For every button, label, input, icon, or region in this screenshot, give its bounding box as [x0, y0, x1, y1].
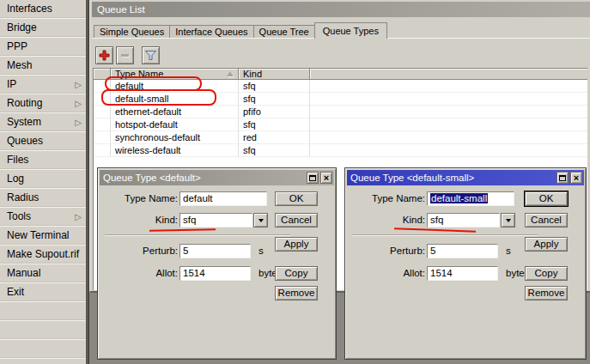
- remove-button[interactable]: Remove: [275, 286, 318, 300]
- sidebar-item-new-terminal[interactable]: New Terminal: [0, 227, 86, 246]
- annotation-box-default-small: [101, 89, 216, 106]
- remove-button[interactable]: Remove: [525, 286, 568, 300]
- dialog-titlebar[interactable]: Queue Type <default> ×: [100, 170, 334, 185]
- cancel-button[interactable]: Cancel: [525, 213, 568, 228]
- maximize-button[interactable]: [557, 172, 569, 184]
- plus-icon: [99, 50, 110, 61]
- maximize-button[interactable]: [307, 172, 319, 184]
- sidebar-item-queues[interactable]: Queues: [0, 132, 86, 151]
- cell-kind: pfifo: [239, 106, 310, 118]
- dialog-title: Queue Type <default-small>: [350, 173, 474, 183]
- remove-button[interactable]: [116, 46, 134, 64]
- cell-kind: sfq: [239, 93, 310, 106]
- sidebar-item-radius[interactable]: Radius: [0, 189, 86, 208]
- sidebar-item-mesh[interactable]: Mesh: [0, 57, 86, 76]
- table-row[interactable]: hotspot-default sfq: [94, 118, 587, 131]
- queue-list-titlebar[interactable]: Queue List: [92, 2, 590, 17]
- tab-simple-queues[interactable]: Simple Queues: [94, 25, 170, 39]
- kind-dropdown-button[interactable]: [501, 213, 515, 228]
- cell-kind: sfq: [239, 80, 310, 93]
- close-button[interactable]: ×: [570, 172, 582, 184]
- ok-button[interactable]: OK: [525, 191, 568, 206]
- cell-type-name: synchronous-default: [111, 131, 239, 144]
- queue-list-tabs: Simple Queues Interface Queues Queue Tre…: [94, 22, 386, 39]
- type-name-input[interactable]: default: [179, 191, 267, 206]
- cell-kind: red: [239, 131, 310, 144]
- table-header-spare: [310, 69, 587, 80]
- perturb-unit: s: [259, 244, 264, 258]
- submenu-arrow-icon: ▷: [75, 76, 82, 94]
- sidebar-item-bridge[interactable]: Bridge: [0, 19, 86, 38]
- apply-button[interactable]: Apply: [525, 237, 568, 252]
- dropdown-arrow-icon: [259, 219, 264, 222]
- perturb-unit: s: [506, 244, 511, 258]
- copy-button[interactable]: Copy: [275, 266, 318, 281]
- allot-input[interactable]: 1514: [179, 266, 251, 281]
- cell-type-name: ethernet-default: [111, 106, 239, 118]
- tab-queue-types[interactable]: Queue Types: [314, 22, 387, 39]
- perturb-input[interactable]: 5: [427, 244, 498, 258]
- copy-button[interactable]: Copy: [525, 266, 568, 281]
- sidebar-item-manual[interactable]: Manual: [0, 264, 86, 283]
- close-button[interactable]: ×: [320, 172, 332, 184]
- cancel-button[interactable]: Cancel: [275, 213, 318, 228]
- dialog-separator: [105, 234, 290, 235]
- cell-type-name: wireless-default: [111, 144, 239, 157]
- perturb-label: Perturb:: [352, 244, 425, 258]
- type-name-input[interactable]: default-small: [427, 191, 514, 206]
- sidebar-item-make-supout[interactable]: Make Supout.rif: [0, 246, 86, 264]
- table-row[interactable]: wireless-default sfq: [94, 144, 587, 157]
- allot-input[interactable]: 1514: [427, 266, 498, 281]
- sidebar-item-system[interactable]: System▷: [0, 113, 86, 132]
- allot-label: Allot:: [352, 266, 425, 281]
- cell-kind: sfq: [239, 118, 310, 131]
- sidebar-item-ip[interactable]: IP▷: [0, 76, 86, 94]
- maximize-icon: [559, 175, 566, 181]
- filter-button[interactable]: [142, 46, 160, 64]
- submenu-arrow-icon: ▷: [75, 113, 82, 131]
- perturb-input[interactable]: 5: [179, 244, 251, 258]
- sidebar-item-routing[interactable]: Routing▷: [0, 94, 86, 113]
- annotation-underline-kind: [394, 228, 476, 232]
- sidebar-item-ppp[interactable]: PPP: [0, 38, 86, 57]
- dialog-title: Queue Type <default>: [103, 173, 201, 183]
- table-row[interactable]: ethernet-default pfifo: [94, 106, 587, 118]
- type-name-label: Type Name:: [352, 191, 425, 206]
- kind-dropdown-button[interactable]: [253, 213, 268, 228]
- window-title: Queue List: [97, 4, 145, 15]
- add-button[interactable]: [95, 46, 113, 64]
- dialog-separator: [352, 234, 538, 235]
- sidebar-item-log[interactable]: Log: [0, 170, 86, 189]
- cell-type-name: hotspot-default: [111, 118, 239, 131]
- kind-label: Kind:: [105, 213, 178, 228]
- ok-button[interactable]: OK: [275, 191, 318, 206]
- sort-ascending-icon: [227, 71, 234, 76]
- selected-text: default-small: [430, 193, 488, 203]
- annotation-underline-kind: [149, 228, 216, 231]
- type-name-label: Type Name:: [105, 191, 178, 206]
- filter-icon: [144, 50, 157, 61]
- sidebar-item-files[interactable]: Files: [0, 151, 86, 170]
- winbox-app: Interfaces Bridge PPP Mesh IP▷ Routing▷ …: [0, 0, 590, 364]
- submenu-arrow-icon: ▷: [75, 94, 82, 112]
- kind-input[interactable]: sfq: [427, 213, 500, 228]
- dropdown-arrow-icon: [506, 219, 511, 222]
- tab-interface-queues[interactable]: Interface Queues: [169, 25, 253, 39]
- queue-type-default-small-dialog: Queue Type <default-small> × Type Name: …: [344, 167, 587, 360]
- minus-icon: [121, 54, 129, 57]
- sidebar-item-exit[interactable]: Exit: [0, 283, 86, 302]
- tab-queue-tree[interactable]: Queue Tree: [253, 25, 315, 39]
- table-row[interactable]: synchronous-default red: [94, 131, 587, 144]
- kind-label: Kind:: [352, 213, 425, 228]
- perturb-label: Perturb:: [105, 244, 178, 258]
- close-icon: ×: [574, 173, 579, 182]
- kind-input[interactable]: sfq: [179, 213, 252, 228]
- sidebar-menu: Interfaces Bridge PPP Mesh IP▷ Routing▷ …: [0, 0, 86, 364]
- apply-button[interactable]: Apply: [275, 237, 318, 252]
- sidebar-item-interfaces[interactable]: Interfaces: [0, 0, 86, 19]
- sidebar-item-tools[interactable]: Tools▷: [0, 208, 86, 227]
- dialog-titlebar[interactable]: Queue Type <default-small> ×: [347, 170, 584, 185]
- submenu-arrow-icon: ▷: [75, 208, 82, 226]
- table-header-kind[interactable]: Kind: [239, 69, 310, 80]
- cell-kind: sfq: [239, 144, 310, 157]
